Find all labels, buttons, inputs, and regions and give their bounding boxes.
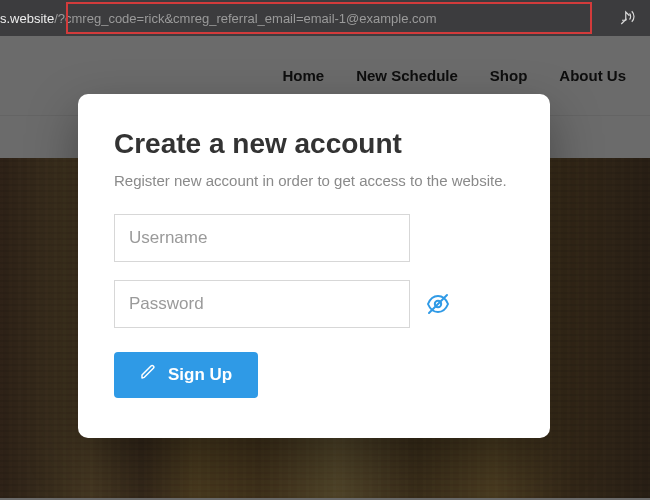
password-input[interactable] bbox=[114, 280, 410, 328]
modal-subtitle: Register new account in order to get acc… bbox=[114, 170, 514, 192]
username-row bbox=[114, 214, 514, 262]
page-viewport: Home New Schedule Shop About Us Create a… bbox=[0, 36, 650, 500]
read-aloud-icon[interactable] bbox=[614, 4, 642, 32]
browser-address-bar: s.website/?cmreg_code=rick&cmreg_referra… bbox=[0, 0, 650, 36]
toggle-password-visibility-icon[interactable] bbox=[424, 290, 452, 318]
username-input[interactable] bbox=[114, 214, 410, 262]
url-path: /?cmreg_code=rick&cmreg_referral_email=e… bbox=[54, 11, 436, 26]
modal-title: Create a new account bbox=[114, 128, 514, 160]
url-host: s.website bbox=[0, 11, 54, 26]
password-row bbox=[114, 280, 514, 328]
pencil-icon bbox=[140, 364, 156, 385]
signup-button[interactable]: Sign Up bbox=[114, 352, 258, 398]
signup-button-label: Sign Up bbox=[168, 365, 232, 385]
signup-modal: Create a new account Register new accoun… bbox=[78, 94, 550, 438]
url-display[interactable]: s.website/?cmreg_code=rick&cmreg_referra… bbox=[0, 5, 608, 31]
